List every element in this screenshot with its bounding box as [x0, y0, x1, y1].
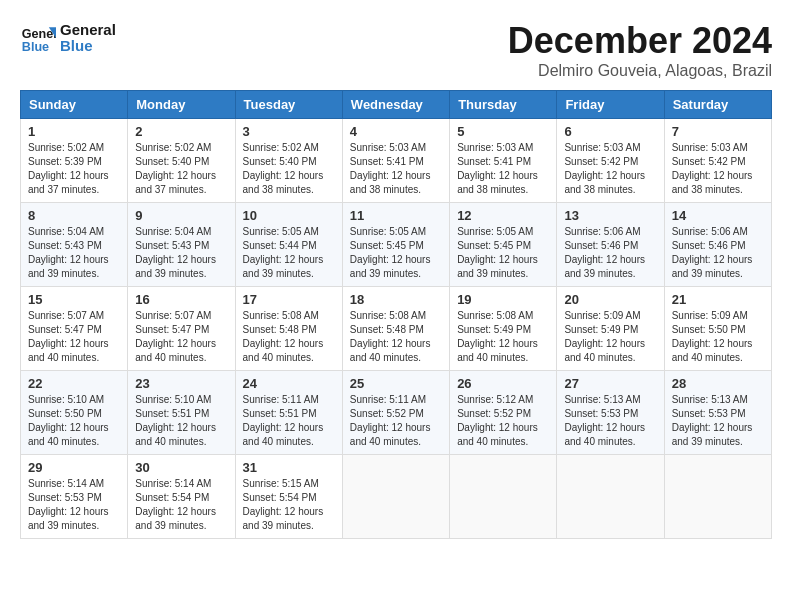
day-number: 27 — [564, 376, 656, 391]
calendar-cell: 2Sunrise: 5:02 AMSunset: 5:40 PMDaylight… — [128, 119, 235, 203]
day-info: Sunrise: 5:11 AMSunset: 5:52 PMDaylight:… — [350, 393, 442, 449]
calendar-cell: 23Sunrise: 5:10 AMSunset: 5:51 PMDayligh… — [128, 371, 235, 455]
calendar-cell: 14Sunrise: 5:06 AMSunset: 5:46 PMDayligh… — [664, 203, 771, 287]
day-number: 19 — [457, 292, 549, 307]
day-number: 23 — [135, 376, 227, 391]
day-info: Sunrise: 5:05 AMSunset: 5:44 PMDaylight:… — [243, 225, 335, 281]
calendar-cell: 5Sunrise: 5:03 AMSunset: 5:41 PMDaylight… — [450, 119, 557, 203]
calendar-cell: 30Sunrise: 5:14 AMSunset: 5:54 PMDayligh… — [128, 455, 235, 539]
calendar-cell: 3Sunrise: 5:02 AMSunset: 5:40 PMDaylight… — [235, 119, 342, 203]
day-number: 10 — [243, 208, 335, 223]
day-info: Sunrise: 5:10 AMSunset: 5:50 PMDaylight:… — [28, 393, 120, 449]
calendar-cell: 9Sunrise: 5:04 AMSunset: 5:43 PMDaylight… — [128, 203, 235, 287]
day-info: Sunrise: 5:03 AMSunset: 5:42 PMDaylight:… — [672, 141, 764, 197]
calendar-cell: 1Sunrise: 5:02 AMSunset: 5:39 PMDaylight… — [21, 119, 128, 203]
day-number: 1 — [28, 124, 120, 139]
day-info: Sunrise: 5:05 AMSunset: 5:45 PMDaylight:… — [457, 225, 549, 281]
day-info: Sunrise: 5:05 AMSunset: 5:45 PMDaylight:… — [350, 225, 442, 281]
day-info: Sunrise: 5:07 AMSunset: 5:47 PMDaylight:… — [135, 309, 227, 365]
calendar-cell: 15Sunrise: 5:07 AMSunset: 5:47 PMDayligh… — [21, 287, 128, 371]
calendar-cell: 16Sunrise: 5:07 AMSunset: 5:47 PMDayligh… — [128, 287, 235, 371]
day-number: 21 — [672, 292, 764, 307]
day-info: Sunrise: 5:14 AMSunset: 5:54 PMDaylight:… — [135, 477, 227, 533]
day-number: 2 — [135, 124, 227, 139]
location-title: Delmiro Gouveia, Alagoas, Brazil — [508, 62, 772, 80]
calendar-cell — [450, 455, 557, 539]
calendar-cell: 22Sunrise: 5:10 AMSunset: 5:50 PMDayligh… — [21, 371, 128, 455]
day-info: Sunrise: 5:11 AMSunset: 5:51 PMDaylight:… — [243, 393, 335, 449]
day-info: Sunrise: 5:10 AMSunset: 5:51 PMDaylight:… — [135, 393, 227, 449]
logo-line2: Blue — [60, 38, 116, 55]
calendar-cell: 26Sunrise: 5:12 AMSunset: 5:52 PMDayligh… — [450, 371, 557, 455]
calendar-cell: 7Sunrise: 5:03 AMSunset: 5:42 PMDaylight… — [664, 119, 771, 203]
day-number: 30 — [135, 460, 227, 475]
calendar-cell: 24Sunrise: 5:11 AMSunset: 5:51 PMDayligh… — [235, 371, 342, 455]
calendar-week: 15Sunrise: 5:07 AMSunset: 5:47 PMDayligh… — [21, 287, 772, 371]
calendar: SundayMondayTuesdayWednesdayThursdayFrid… — [20, 90, 772, 539]
day-info: Sunrise: 5:03 AMSunset: 5:42 PMDaylight:… — [564, 141, 656, 197]
day-info: Sunrise: 5:03 AMSunset: 5:41 PMDaylight:… — [457, 141, 549, 197]
day-info: Sunrise: 5:08 AMSunset: 5:48 PMDaylight:… — [350, 309, 442, 365]
calendar-cell: 28Sunrise: 5:13 AMSunset: 5:53 PMDayligh… — [664, 371, 771, 455]
day-header: Sunday — [21, 91, 128, 119]
calendar-cell: 31Sunrise: 5:15 AMSunset: 5:54 PMDayligh… — [235, 455, 342, 539]
calendar-header: SundayMondayTuesdayWednesdayThursdayFrid… — [21, 91, 772, 119]
day-info: Sunrise: 5:13 AMSunset: 5:53 PMDaylight:… — [564, 393, 656, 449]
calendar-cell: 10Sunrise: 5:05 AMSunset: 5:44 PMDayligh… — [235, 203, 342, 287]
calendar-cell — [557, 455, 664, 539]
day-number: 22 — [28, 376, 120, 391]
calendar-cell: 21Sunrise: 5:09 AMSunset: 5:50 PMDayligh… — [664, 287, 771, 371]
day-number: 7 — [672, 124, 764, 139]
day-number: 26 — [457, 376, 549, 391]
day-info: Sunrise: 5:02 AMSunset: 5:40 PMDaylight:… — [135, 141, 227, 197]
logo-line1: General — [60, 22, 116, 39]
day-number: 20 — [564, 292, 656, 307]
day-header: Monday — [128, 91, 235, 119]
day-number: 12 — [457, 208, 549, 223]
day-number: 31 — [243, 460, 335, 475]
day-info: Sunrise: 5:02 AMSunset: 5:39 PMDaylight:… — [28, 141, 120, 197]
day-header: Saturday — [664, 91, 771, 119]
calendar-week: 8Sunrise: 5:04 AMSunset: 5:43 PMDaylight… — [21, 203, 772, 287]
day-info: Sunrise: 5:12 AMSunset: 5:52 PMDaylight:… — [457, 393, 549, 449]
svg-text:Blue: Blue — [22, 40, 49, 54]
day-number: 24 — [243, 376, 335, 391]
day-number: 14 — [672, 208, 764, 223]
day-header: Thursday — [450, 91, 557, 119]
day-info: Sunrise: 5:04 AMSunset: 5:43 PMDaylight:… — [28, 225, 120, 281]
calendar-cell: 19Sunrise: 5:08 AMSunset: 5:49 PMDayligh… — [450, 287, 557, 371]
title-area: December 2024 Delmiro Gouveia, Alagoas, … — [508, 20, 772, 80]
day-info: Sunrise: 5:04 AMSunset: 5:43 PMDaylight:… — [135, 225, 227, 281]
day-info: Sunrise: 5:08 AMSunset: 5:48 PMDaylight:… — [243, 309, 335, 365]
day-info: Sunrise: 5:06 AMSunset: 5:46 PMDaylight:… — [564, 225, 656, 281]
day-info: Sunrise: 5:07 AMSunset: 5:47 PMDaylight:… — [28, 309, 120, 365]
calendar-cell: 25Sunrise: 5:11 AMSunset: 5:52 PMDayligh… — [342, 371, 449, 455]
header: General Blue General Blue December 2024 … — [20, 20, 772, 80]
calendar-cell: 12Sunrise: 5:05 AMSunset: 5:45 PMDayligh… — [450, 203, 557, 287]
day-info: Sunrise: 5:08 AMSunset: 5:49 PMDaylight:… — [457, 309, 549, 365]
day-number: 6 — [564, 124, 656, 139]
month-title: December 2024 — [508, 20, 772, 62]
day-header: Tuesday — [235, 91, 342, 119]
calendar-cell: 11Sunrise: 5:05 AMSunset: 5:45 PMDayligh… — [342, 203, 449, 287]
logo-icon: General Blue — [20, 20, 56, 56]
day-info: Sunrise: 5:15 AMSunset: 5:54 PMDaylight:… — [243, 477, 335, 533]
day-number: 15 — [28, 292, 120, 307]
day-number: 9 — [135, 208, 227, 223]
calendar-week: 22Sunrise: 5:10 AMSunset: 5:50 PMDayligh… — [21, 371, 772, 455]
day-number: 11 — [350, 208, 442, 223]
day-info: Sunrise: 5:02 AMSunset: 5:40 PMDaylight:… — [243, 141, 335, 197]
day-number: 29 — [28, 460, 120, 475]
calendar-cell: 6Sunrise: 5:03 AMSunset: 5:42 PMDaylight… — [557, 119, 664, 203]
calendar-cell: 17Sunrise: 5:08 AMSunset: 5:48 PMDayligh… — [235, 287, 342, 371]
day-number: 3 — [243, 124, 335, 139]
calendar-cell — [664, 455, 771, 539]
calendar-cell — [342, 455, 449, 539]
calendar-cell: 13Sunrise: 5:06 AMSunset: 5:46 PMDayligh… — [557, 203, 664, 287]
day-number: 18 — [350, 292, 442, 307]
calendar-body: 1Sunrise: 5:02 AMSunset: 5:39 PMDaylight… — [21, 119, 772, 539]
day-header: Friday — [557, 91, 664, 119]
calendar-week: 29Sunrise: 5:14 AMSunset: 5:53 PMDayligh… — [21, 455, 772, 539]
day-number: 16 — [135, 292, 227, 307]
logo: General Blue General Blue — [20, 20, 116, 56]
